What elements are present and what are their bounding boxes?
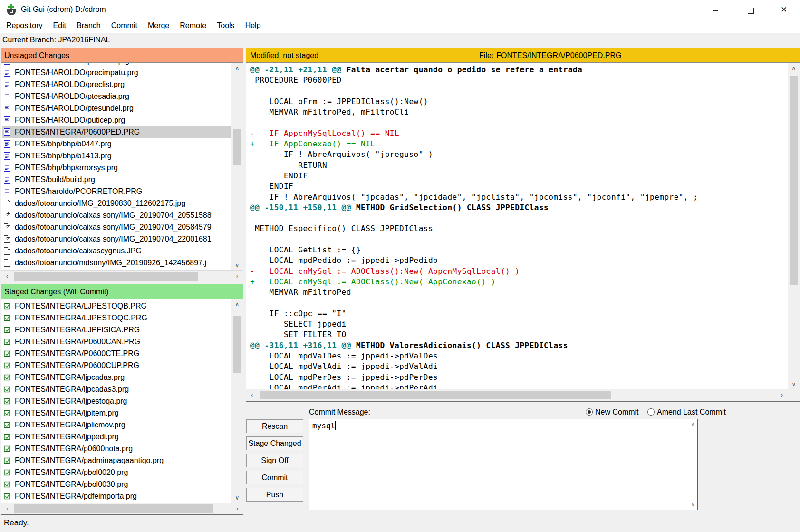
staged-check-icon[interactable] bbox=[4, 338, 12, 345]
scroll-up-icon[interactable]: ∧ bbox=[231, 63, 243, 73]
modified-file-icon[interactable] bbox=[4, 140, 12, 148]
file-row[interactable]: FONTES/INTEGRA/pbol0030.prg bbox=[2, 478, 231, 490]
untracked-file-icon[interactable]: ? bbox=[4, 235, 12, 243]
scroll-down-icon[interactable]: ∨ bbox=[691, 502, 694, 507]
close-button[interactable]: ✕ bbox=[769, 0, 799, 20]
staged-check-icon[interactable] bbox=[4, 421, 12, 428]
scroll-left-icon[interactable]: ‹ bbox=[1, 271, 13, 282]
file-row[interactable]: FONTES/INTEGRA/ljpitem.prg bbox=[2, 407, 231, 419]
scroll-left-icon[interactable]: ‹ bbox=[1, 503, 13, 514]
staged-check-icon[interactable] bbox=[4, 326, 12, 333]
staged-check-icon[interactable] bbox=[4, 374, 12, 381]
minimize-button[interactable] bbox=[701, 0, 730, 20]
modified-file-icon[interactable] bbox=[4, 105, 12, 112]
modified-file-icon[interactable] bbox=[4, 152, 12, 160]
file-row[interactable]: FONTES/INTEGRA/P0600CTE.PRG bbox=[2, 348, 231, 359]
maximize-button[interactable] bbox=[736, 0, 765, 20]
commit-button[interactable]: Commit bbox=[246, 471, 303, 484]
file-row[interactable]: FONTES/HAROLDO/puticep.prg bbox=[2, 114, 231, 126]
modified-file-icon[interactable] bbox=[4, 63, 12, 65]
file-icon[interactable] bbox=[4, 247, 12, 255]
file-row[interactable]: ?dados/fotoanuncio/caixas sony/IMG_20190… bbox=[2, 221, 231, 233]
file-row[interactable]: dados/fotoanuncio/mdsony/IMG_20190926_14… bbox=[2, 257, 231, 269]
file-icon[interactable] bbox=[4, 259, 12, 267]
file-row[interactable]: FONTES/HAROLDO/precimpatu.prg bbox=[2, 67, 231, 78]
file-row[interactable]: FONTES/bhp/bhp/b0447.prg bbox=[2, 138, 231, 150]
modified-file-icon[interactable] bbox=[4, 176, 12, 184]
staged-hscroll-thumb[interactable] bbox=[14, 504, 213, 513]
file-row[interactable]: dados/fotoanuncio/caixascygnus.JPG bbox=[2, 245, 231, 257]
scroll-down-icon[interactable]: ∨ bbox=[788, 379, 800, 389]
file-row[interactable]: FONTES/INTEGRA/P0600PED.PRG bbox=[2, 126, 231, 138]
diff-content[interactable]: @@ -21,11 +21,11 @@ Falta acertar quando… bbox=[246, 63, 788, 389]
scroll-right-icon[interactable]: › bbox=[776, 389, 788, 401]
modified-file-icon[interactable] bbox=[4, 128, 12, 136]
staged-check-icon[interactable] bbox=[4, 350, 12, 357]
file-row[interactable]: FONTES/INTEGRA/ljpcadas3.prg bbox=[2, 383, 231, 395]
file-row[interactable]: FONTES/HAROLDO/preclist.prg bbox=[2, 78, 231, 90]
staged-check-icon[interactable] bbox=[4, 493, 12, 500]
file-row[interactable]: FONTES/INTEGRA/pbol0020.prg bbox=[2, 466, 231, 478]
file-row[interactable]: FONTES/INTEGRA/P0600CUP.PRG bbox=[2, 359, 231, 371]
staged-check-icon[interactable] bbox=[4, 362, 12, 369]
staged-check-icon[interactable] bbox=[4, 469, 12, 476]
untracked-file-icon[interactable]: ? bbox=[4, 223, 12, 231]
staged-check-icon[interactable] bbox=[4, 433, 12, 440]
staged-check-icon[interactable] bbox=[4, 397, 12, 405]
unstaged-file-list[interactable]: FONTES/HAROLDO/preaviso.prgFONTES/HAROLD… bbox=[2, 63, 231, 271]
menu-item-merge[interactable]: Merge bbox=[143, 20, 174, 33]
menu-item-branch[interactable]: Branch bbox=[71, 20, 106, 33]
rescan-button[interactable]: Rescan bbox=[246, 419, 303, 433]
unstaged-vscroll-thumb[interactable] bbox=[233, 129, 241, 165]
scroll-up-icon[interactable]: ∧ bbox=[691, 422, 694, 427]
menu-item-remote[interactable]: Remote bbox=[174, 20, 212, 33]
scroll-down-icon[interactable]: ∨ bbox=[231, 260, 243, 271]
staged-horizontal-scrollbar[interactable]: ‹ › bbox=[1, 503, 243, 514]
scroll-right-icon[interactable]: › bbox=[231, 503, 243, 514]
scroll-left-icon[interactable]: ‹ bbox=[246, 389, 258, 401]
amend-last-commit-radio[interactable]: Amend Last Commit bbox=[647, 408, 726, 416]
file-row[interactable]: FONTES/INTEGRA/ljppedi.prg bbox=[2, 431, 231, 443]
modified-file-icon[interactable] bbox=[4, 188, 12, 195]
scroll-right-icon[interactable]: › bbox=[231, 271, 243, 282]
staged-check-icon[interactable] bbox=[4, 445, 12, 452]
unstaged-horizontal-scrollbar[interactable]: ‹ › bbox=[1, 270, 243, 282]
diff-vscroll-thumb[interactable] bbox=[790, 76, 798, 285]
menu-item-help[interactable]: Help bbox=[240, 20, 266, 33]
modified-file-icon[interactable] bbox=[4, 116, 12, 124]
new-commit-radio[interactable]: New Commit bbox=[586, 408, 641, 416]
modified-file-icon[interactable] bbox=[4, 164, 12, 172]
file-row[interactable]: FONTES/INTEGRA/LJPESTOQB.PRG bbox=[2, 300, 231, 312]
staged-check-icon[interactable] bbox=[4, 302, 12, 310]
staged-check-icon[interactable] bbox=[4, 457, 12, 464]
stage-changed-button[interactable]: Stage Changed bbox=[246, 436, 303, 450]
modified-file-icon[interactable] bbox=[4, 69, 12, 77]
staged-check-icon[interactable] bbox=[4, 386, 12, 393]
diff-hscroll-thumb[interactable] bbox=[260, 391, 611, 399]
file-row[interactable]: FONTES/INTEGRA/LJPESTOQC.PRG bbox=[2, 312, 231, 324]
menu-item-tools[interactable]: Tools bbox=[212, 20, 240, 33]
modified-file-icon[interactable] bbox=[4, 93, 12, 100]
file-row[interactable]: ?dados/fotoanuncio/caixas sony/IMG_20190… bbox=[2, 209, 231, 221]
file-row[interactable]: FONTES/HAROLDO/ptesadia.prg bbox=[2, 90, 231, 102]
file-row[interactable]: FONTES/INTEGRA/p0600nota.prg bbox=[2, 443, 231, 455]
file-row[interactable]: FONTES/INTEGRA/LJPFISICA.PRG bbox=[2, 324, 231, 336]
file-row[interactable]: FONTES/HAROLDO/ptesundel.prg bbox=[2, 102, 231, 114]
commit-message-input[interactable]: mysql ∧ ∨ bbox=[309, 419, 698, 510]
modified-file-icon[interactable] bbox=[4, 81, 12, 88]
unstaged-hscroll-thumb[interactable] bbox=[14, 272, 198, 281]
menu-item-edit[interactable]: Edit bbox=[48, 20, 71, 33]
file-row[interactable]: FONTES/build/build.prg bbox=[2, 174, 231, 185]
diff-horizontal-scrollbar[interactable]: ‹ › bbox=[246, 389, 788, 401]
file-row[interactable]: FONTES/bhp/bhp/b1413.prg bbox=[2, 150, 231, 162]
unstaged-vertical-scrollbar[interactable]: ∧ ∨ bbox=[231, 63, 243, 271]
staged-vscroll-thumb[interactable] bbox=[233, 316, 241, 373]
file-row[interactable]: FONTES/HAROLDO/preaviso.prg bbox=[2, 63, 231, 67]
staged-check-icon[interactable] bbox=[4, 314, 12, 321]
scroll-up-icon[interactable]: ∧ bbox=[788, 63, 800, 73]
file-row[interactable]: FONTES/INTEGRA/pdfeimporta.prg bbox=[2, 490, 231, 502]
scroll-down-icon[interactable]: ∨ bbox=[231, 493, 243, 503]
file-row[interactable]: ?dados/fotoanuncio/caixas sony/IMG_20190… bbox=[2, 233, 231, 245]
diff-vertical-scrollbar[interactable]: ∧ ∨ bbox=[788, 63, 800, 389]
scroll-up-icon[interactable]: ∧ bbox=[231, 299, 243, 310]
